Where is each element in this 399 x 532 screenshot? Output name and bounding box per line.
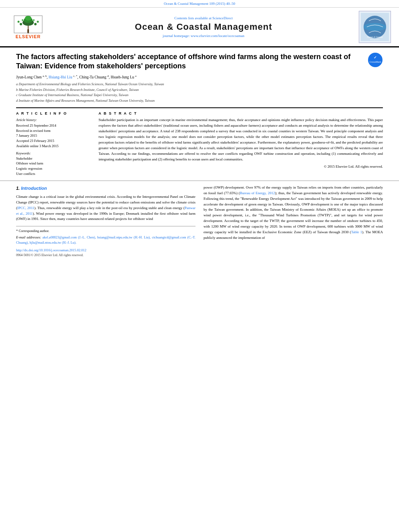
elsevier-branding: ELSEVIER [14, 15, 43, 39]
journal-title: Ocean & Coastal Management [52, 22, 355, 32]
article-info-abstract: A R T I C L E I N F O Article history: R… [16, 107, 383, 177]
authors-line: Jyun-Long Chen a, b, Hsiang-Hsi Liu c, *… [16, 74, 383, 79]
elsevier-tree-icon [14, 15, 43, 33]
contents-text: Contents lists available at [175, 16, 212, 20]
intro-num: 1. [16, 186, 20, 191]
received-date: Received 25 September 2014 [16, 123, 90, 128]
svg-text:CrossMark: CrossMark [369, 61, 381, 63]
intro-name: Introduction [21, 186, 47, 191]
accepted-date: Accepted 23 February 2015 [16, 138, 90, 144]
email-label: E-mail addresses: [16, 235, 41, 239]
svg-point-4 [25, 16, 31, 21]
ipcc-link[interactable]: IPCC, 2011 [17, 206, 34, 210]
history-dates: Received 25 September 2014 Received in r… [16, 123, 90, 149]
svg-text:Management: Management [370, 39, 380, 41]
paper-header: The factors affecting stakeholders' acce… [0, 47, 399, 177]
paper-title: The factors affecting stakeholders' acce… [16, 52, 364, 71]
abstract-section: A B S T R A C T Stakeholder participatio… [99, 111, 383, 177]
svg-point-10 [22, 19, 23, 21]
journal-thumbnail: Ocean & Coastal Management [359, 11, 391, 43]
doi-link[interactable]: http://dx.doi.org/10.1016/j.ocecoaman.20… [16, 248, 195, 253]
body-columns: 1. Introduction Climate change is a crit… [16, 185, 383, 258]
available-date: Available online 3 March 2015 [16, 144, 90, 149]
keyword-user-conflicts: User conflicts [16, 171, 90, 177]
email-addresses[interactable]: akel.a08823@gmail.com (J.-L. Chen), hsia… [16, 235, 195, 244]
author-chuang: Ching-Ta Chuang [79, 75, 107, 79]
keyword-logistic: Logistic regression [16, 166, 90, 171]
author-chen: Jyun-Long Chen [16, 75, 43, 79]
svg-point-17 [368, 53, 383, 67]
revised-date: 7 January 2015 [16, 133, 90, 138]
copyright-notice: © 2015 Elsevier Ltd. All rights reserved… [99, 164, 383, 168]
svg-text:✓: ✓ [374, 55, 377, 60]
paper-body: 1. Introduction Climate change is a crit… [0, 185, 399, 266]
affiliation-c: c Graduate Institute of International Bu… [16, 92, 383, 98]
svg-point-6 [20, 23, 22, 25]
keywords-label: Keywords: [16, 151, 90, 155]
intro-col2-text: power (OWP) development. Over 97% of the… [204, 185, 383, 241]
svg-point-9 [37, 21, 39, 23]
svg-text:Ocean & Coastal: Ocean & Coastal [367, 36, 383, 38]
article-history-label: Article history: [16, 118, 90, 122]
body-col-right: power (OWP) development. Over 97% of the… [204, 185, 383, 258]
title-section: The factors affecting stakeholders' acce… [16, 52, 383, 71]
citation-text: Ocean & Coastal Management 109 (2015) 40… [164, 2, 235, 6]
section-divider [0, 181, 399, 181]
corresponding-note: * Corresponding author. [16, 228, 195, 234]
intro-col1-text: Climate change is a critical issue in th… [16, 194, 195, 222]
homepage-label: journal homepage: [163, 34, 191, 38]
affiliations: a Department of Environmental Biology an… [16, 82, 383, 103]
received-revised-label: Received in revised form [16, 128, 90, 134]
journal-homepage: journal homepage: www.elsevier.com/locat… [52, 34, 355, 38]
affiliation-b: b Marine Fisheries Division, Fisheries R… [16, 87, 383, 92]
abstract-heading: A B S T R A C T [99, 111, 383, 115]
intro-heading: 1. Introduction [16, 185, 195, 192]
article-info: A R T I C L E I N F O Article history: R… [16, 111, 90, 177]
keywords-section: Keywords: Stakeholder Offshore wind farm… [16, 151, 90, 177]
keyword-stakeholder: Stakeholder [16, 156, 90, 161]
panwar-link[interactable]: Panwar et al., 2011 [16, 206, 195, 216]
sciencedirect-link[interactable]: ScienceDirect [212, 16, 232, 20]
author-liu[interactable]: Hsiang-Hsi Liu [49, 75, 73, 79]
elsevier-wordmark: ELSEVIER [16, 34, 41, 39]
homepage-link[interactable]: www.elsevier.com/locate/ocecoaman [191, 34, 244, 38]
footnotes: * Corresponding author. E-mail addresses… [16, 226, 195, 258]
body-col-left: 1. Introduction Climate change is a crit… [16, 185, 195, 258]
journal-header: ELSEVIER Contents lists available at Sci… [0, 8, 399, 47]
table1-link[interactable]: Table 1 [351, 230, 362, 234]
affiliation-a: a Department of Environmental Biology an… [16, 82, 383, 87]
journal-citation: Ocean & Coastal Management 109 (2015) 40… [0, 0, 399, 8]
author-lu: Hsueh-Jung Lu [111, 75, 135, 79]
svg-point-8 [18, 21, 20, 23]
svg-point-11 [33, 19, 35, 21]
crossmark-icon: ✓ CrossMark [368, 52, 383, 68]
bureau-link[interactable]: Bureau of Energy, 2012 [240, 191, 275, 195]
affiliation-d: d Institute of Marine Affairs and Resour… [16, 98, 383, 103]
journal-center: Contents lists available at ScienceDirec… [52, 16, 355, 38]
journal-cover-icon: Ocean & Coastal Management [361, 13, 389, 41]
email-line: E-mail addresses: akel.a08823@gmail.com … [16, 235, 195, 245]
issn-text: 0964-5691/© 2015 Elsevier Ltd. All right… [16, 253, 195, 258]
svg-point-7 [34, 23, 37, 25]
abstract-text: Stakeholder participation is an importan… [99, 117, 383, 162]
sciencedirect-line: Contents lists available at ScienceDirec… [52, 16, 355, 20]
elsevier-logo-area: ELSEVIER [8, 15, 48, 39]
article-info-heading: A R T I C L E I N F O [16, 111, 90, 115]
crossmark-badge: ✓ CrossMark [368, 52, 383, 68]
keyword-owf: Offshore wind farm [16, 161, 90, 166]
